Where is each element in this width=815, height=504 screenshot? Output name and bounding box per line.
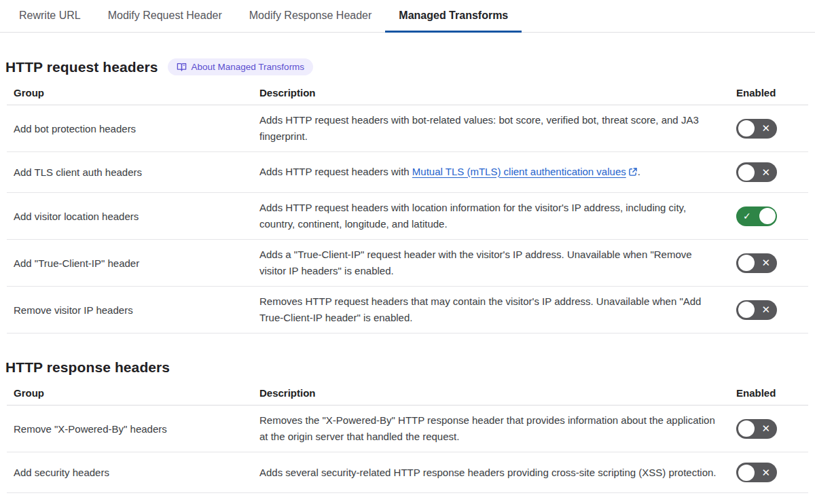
toggle-add-bot-protection-headers[interactable]: ✕ [736,119,777,139]
toggle-knob [738,164,755,181]
request-headers-title: HTTP request headers [5,59,158,75]
toggle-state-icon: ✕ [761,463,770,482]
toggle-remove-x-powered-by-headers[interactable]: ✕ [736,419,777,439]
row-group-label: Add security headers [7,452,253,492]
toggle-add-tls-client-auth-headers[interactable]: ✕ [736,162,777,182]
mtls-docs-link[interactable]: Mutual TLS (mTLS) client authentication … [412,166,626,177]
row-group-label: Remove visitor IP headers [7,287,253,333]
table-row: Remove visitor IP headers Removes HTTP r… [7,287,808,334]
transform-rules-tabbar: Rewrite URL Modify Request Header Modify… [0,0,815,33]
table-row: Add TLS client auth headers Adds HTTP re… [7,152,808,193]
toggle-state-icon: ✕ [761,162,770,182]
row-description: Adds HTTP request headers with bot-relat… [253,105,729,151]
book-icon [177,62,187,72]
row-group-label: Add visitor location headers [7,193,253,239]
request-headers-section-head: HTTP request headers About Managed Trans… [5,58,815,75]
toggle-knob [738,120,755,137]
toggle-add-security-headers[interactable]: ✕ [736,463,777,482]
col-header-description: Description [253,84,729,105]
toggle-knob [759,208,776,224]
table-header-row: Group Description Enabled [7,384,808,406]
tab-managed-transforms[interactable]: Managed Transforms [385,0,522,33]
table-header-row: Group Description Enabled [7,84,808,105]
row-group-label: Remove "X-Powered-By" headers [7,406,253,452]
toggle-knob [738,255,755,271]
row-description: Adds a "True-Client-IP" request header w… [253,240,729,286]
toggle-knob [738,465,755,481]
table-row: Add security headers Adds several securi… [7,452,808,493]
response-headers-table: Group Description Enabled Remove "X-Powe… [7,384,808,493]
table-row: Add visitor location headers Adds HTTP r… [7,193,808,240]
table-row: Add bot protection headers Adds HTTP req… [7,105,808,152]
tab-rewrite-url[interactable]: Rewrite URL [5,0,94,33]
toggle-state-icon: ✕ [761,119,770,139]
table-row: Remove "X-Powered-By" headers Removes th… [7,406,808,452]
toggle-add-visitor-location-headers[interactable]: ✓ [736,206,777,226]
row-description: Adds HTTP request headers with location … [253,193,729,239]
row-description: Removes the "X-Powered-By" HTTP response… [253,406,729,452]
toggle-state-icon: ✕ [761,300,770,320]
toggle-knob [738,420,755,437]
response-headers-title: HTTP response headers [5,359,170,376]
row-group-label: Add "True-Client-IP" header [7,240,253,286]
col-header-group: Group [7,84,253,105]
col-header-group: Group [7,384,253,405]
table-row: Add "True-Client-IP" header Adds a "True… [7,240,808,287]
col-header-enabled: Enabled [729,84,808,105]
toggle-knob [738,302,755,318]
about-managed-transforms-badge[interactable]: About Managed Transforms [168,58,314,75]
toggle-state-icon: ✓ [743,206,751,226]
toggle-add-true-client-ip-header[interactable]: ✕ [736,253,777,273]
request-headers-table: Group Description Enabled Add bot protec… [7,84,808,334]
toggle-remove-visitor-ip-headers[interactable]: ✕ [736,300,777,320]
row-description: Adds HTTP request headers with Mutual TL… [253,152,729,192]
toggle-state-icon: ✕ [761,419,770,439]
response-headers-section-head: HTTP response headers [5,359,815,376]
tab-modify-request-header[interactable]: Modify Request Header [94,0,236,33]
col-header-description: Description [253,384,729,405]
external-link-icon [628,167,638,179]
row-description: Adds several security-related HTTP respo… [253,452,729,492]
row-group-label: Add bot protection headers [7,105,253,151]
tab-modify-response-header[interactable]: Modify Response Header [236,0,386,33]
col-header-enabled: Enabled [729,384,808,405]
row-group-label: Add TLS client auth headers [7,152,253,192]
toggle-state-icon: ✕ [761,253,770,273]
row-description: Removes HTTP request headers that may co… [253,287,729,333]
badge-label: About Managed Transforms [192,62,305,72]
